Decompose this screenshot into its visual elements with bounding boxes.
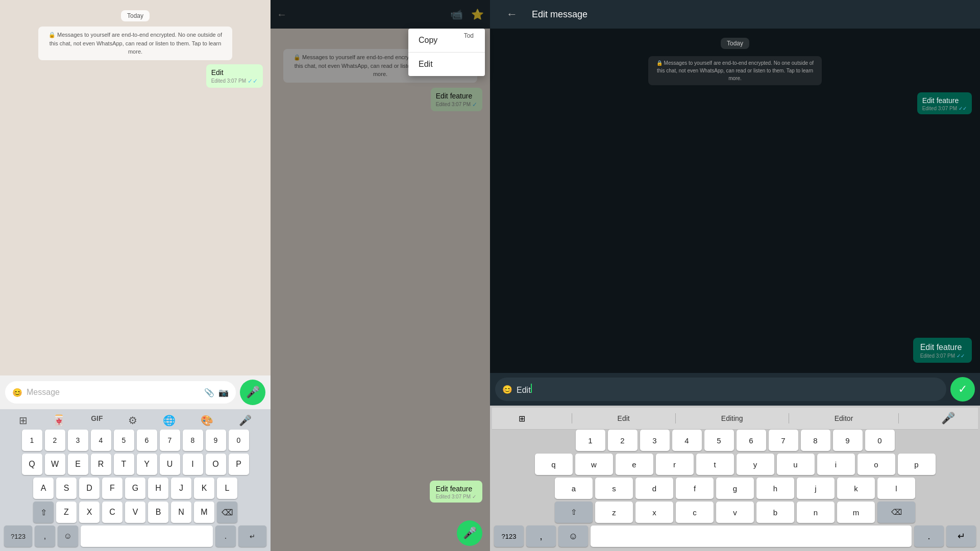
left-mic-button[interactable]: 🎤 <box>240 380 265 405</box>
right-kb-p[interactable]: p <box>898 454 936 475</box>
kb-key-h[interactable]: H <box>148 478 168 499</box>
right-message-2[interactable]: Edit feature Edited 3:07 PM ✓✓ <box>913 338 972 363</box>
right-kb-suggestion-edit[interactable]: Edit <box>611 413 636 423</box>
kb-backspace-key[interactable]: ⌫ <box>217 502 237 523</box>
right-kb-q[interactable]: q <box>535 454 573 475</box>
kb-key-6[interactable]: 6 <box>137 430 157 451</box>
right-kb-y[interactable]: y <box>737 454 774 475</box>
right-kb-r[interactable]: r <box>656 454 694 475</box>
right-emoji-icon[interactable]: 😊 <box>502 385 512 394</box>
kb-key-c[interactable]: C <box>102 502 122 523</box>
kb-key-b[interactable]: B <box>148 502 168 523</box>
right-kb-9[interactable]: 9 <box>833 430 863 451</box>
right-kb-8[interactable]: 8 <box>801 430 830 451</box>
kb-key-i[interactable]: I <box>183 454 203 475</box>
middle-overlay[interactable] <box>271 0 490 551</box>
right-kb-space[interactable] <box>591 525 912 547</box>
middle-mic-button[interactable]: 🎤 <box>457 520 482 546</box>
right-kb-f[interactable]: f <box>676 478 714 499</box>
right-kb-5[interactable]: 5 <box>704 430 734 451</box>
kb-key-k[interactable]: K <box>194 478 214 499</box>
kb-voice-icon[interactable]: 🎤 <box>239 414 252 427</box>
right-kb-t[interactable]: t <box>696 454 734 475</box>
kb-key-q[interactable]: Q <box>22 454 42 475</box>
right-kb-x[interactable]: x <box>635 502 673 523</box>
right-kb-z[interactable]: z <box>595 502 633 523</box>
right-kb-e[interactable]: e <box>616 454 653 475</box>
right-kb-w[interactable]: w <box>575 454 613 475</box>
right-kb-6[interactable]: 6 <box>737 430 766 451</box>
left-message-bubble[interactable]: Edit Edited 3:07 PM ✓✓ <box>8 64 263 88</box>
right-kb-l[interactable]: l <box>877 478 915 499</box>
right-kb-n[interactable]: n <box>797 502 835 523</box>
right-kb-mic-button[interactable]: 🎤 <box>938 412 958 425</box>
kb-key-a[interactable]: A <box>33 478 54 499</box>
kb-comma[interactable]: , <box>35 525 55 547</box>
right-kb-suggestion-editor[interactable]: Editor <box>828 413 860 423</box>
right-kb-1[interactable]: 1 <box>576 430 605 451</box>
kb-key-8[interactable]: 8 <box>183 430 203 451</box>
right-kb-apps-icon[interactable]: ⊞ <box>512 411 532 426</box>
right-kb-suggestion-editing[interactable]: Editing <box>715 413 749 423</box>
kb-key-u[interactable]: U <box>160 454 180 475</box>
kb-key-s[interactable]: S <box>56 478 77 499</box>
right-send-button[interactable]: ✓ <box>950 377 975 402</box>
right-kb-7[interactable]: 7 <box>769 430 798 451</box>
kb-key-m[interactable]: M <box>194 502 214 523</box>
kb-key-3[interactable]: 3 <box>68 430 88 451</box>
kb-key-p[interactable]: P <box>229 454 249 475</box>
kb-enter-key[interactable]: ↵ <box>238 525 266 547</box>
kb-key-v[interactable]: V <box>125 502 145 523</box>
right-kb-period[interactable]: . <box>914 525 944 547</box>
right-kb-emoji[interactable]: ☺ <box>558 525 588 547</box>
kb-apps-icon[interactable]: ⊞ <box>19 414 28 427</box>
kb-translate-icon[interactable]: 🌐 <box>163 414 176 427</box>
emoji-icon-left[interactable]: 😊 <box>12 388 22 397</box>
kb-sticker-icon[interactable]: 🀄 <box>53 414 65 427</box>
right-kb-g[interactable]: g <box>716 478 754 499</box>
kb-key-0[interactable]: 0 <box>229 430 249 451</box>
right-message-1[interactable]: Edit feature Edited 3:07 PM ✓✓ <box>498 92 972 114</box>
kb-key-5[interactable]: 5 <box>114 430 134 451</box>
kb-key-x[interactable]: X <box>79 502 100 523</box>
kb-palette-icon[interactable]: 🎨 <box>201 414 213 427</box>
left-input-placeholder[interactable]: Message <box>27 388 200 397</box>
right-kb-backspace[interactable]: ⌫ <box>877 502 915 523</box>
kb-settings-icon[interactable]: ⚙ <box>128 414 137 427</box>
kb-key-d[interactable]: D <box>79 478 100 499</box>
kb-key-4[interactable]: 4 <box>91 430 111 451</box>
kb-key-o[interactable]: O <box>206 454 226 475</box>
kb-emoji-key[interactable]: ☺ <box>58 525 78 547</box>
left-input-box[interactable]: 😊 Message 📎 📷 <box>5 381 236 404</box>
right-kb-3[interactable]: 3 <box>640 430 670 451</box>
right-kb-2[interactable]: 2 <box>608 430 638 451</box>
right-kb-m[interactable]: m <box>837 502 875 523</box>
kb-key-j[interactable]: J <box>171 478 191 499</box>
right-back-button[interactable]: ← <box>498 0 526 29</box>
right-kb-o[interactable]: o <box>857 454 895 475</box>
right-kb-0[interactable]: 0 <box>865 430 895 451</box>
context-menu-edit[interactable]: Edit <box>408 53 485 76</box>
right-kb-4[interactable]: 4 <box>672 430 702 451</box>
right-kb-numbers-switch[interactable]: ?123 <box>494 525 524 547</box>
kb-key-2[interactable]: 2 <box>45 430 65 451</box>
kb-period[interactable]: . <box>215 525 236 547</box>
right-input-box[interactable]: 😊 Edit <box>495 378 946 401</box>
right-kb-j[interactable]: j <box>797 478 835 499</box>
right-input-text[interactable]: Edit <box>517 384 939 395</box>
kb-key-t[interactable]: T <box>114 454 134 475</box>
right-kb-u[interactable]: u <box>777 454 815 475</box>
attachment-icon[interactable]: 📎 <box>204 388 214 397</box>
kb-key-z[interactable]: Z <box>56 502 77 523</box>
kb-key-l[interactable]: L <box>217 478 237 499</box>
right-kb-i[interactable]: i <box>817 454 855 475</box>
kb-key-f[interactable]: F <box>102 478 122 499</box>
kb-key-w[interactable]: W <box>45 454 65 475</box>
kb-key-7[interactable]: 7 <box>160 430 180 451</box>
kb-key-n[interactable]: N <box>171 502 191 523</box>
right-kb-c[interactable]: c <box>676 502 714 523</box>
middle-selected-bubble[interactable]: Edit feature Edited 3:07 PM ✓ <box>430 481 482 503</box>
kb-key-r[interactable]: R <box>91 454 111 475</box>
kb-key-e[interactable]: E <box>68 454 88 475</box>
kb-space-key[interactable] <box>81 525 213 547</box>
